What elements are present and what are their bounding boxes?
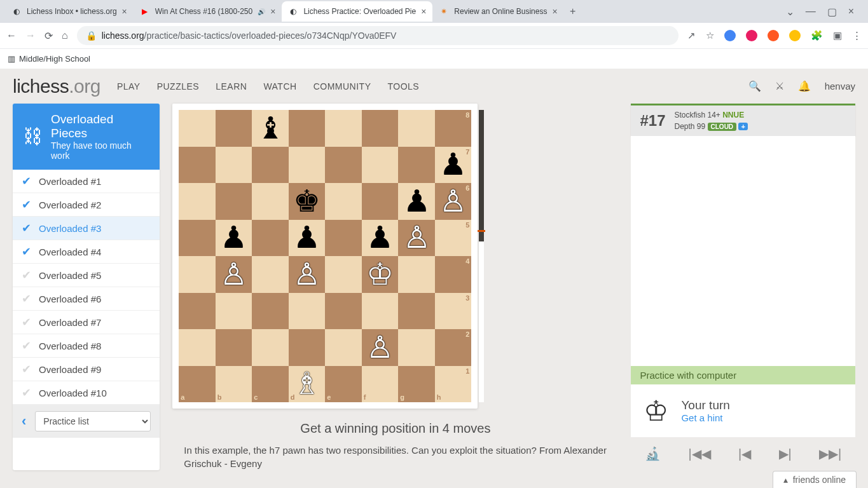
square-e2[interactable] [325,329,362,366]
square-f7[interactable] [362,147,399,184]
square-b1[interactable]: b [216,366,252,403]
square-e8[interactable] [325,110,362,147]
plus-icon[interactable]: + [738,123,747,130]
audio-icon[interactable]: 🔊 [258,8,265,15]
square-e7[interactable] [325,147,362,184]
square-g2[interactable] [398,329,435,366]
piece-bP[interactable]: ♟ [398,183,435,220]
hint-link[interactable]: Get a hint [681,412,729,423]
square-d7[interactable] [289,147,326,184]
square-d5[interactable]: ♟ [289,220,326,257]
extension-icon[interactable] [724,30,736,41]
back-arrow-icon[interactable]: ‹ [22,413,26,430]
square-c2[interactable] [252,329,289,366]
square-e3[interactable] [325,293,362,330]
square-e5[interactable] [325,220,362,257]
square-e4[interactable] [325,256,362,293]
close-window-icon[interactable]: × [848,6,854,18]
browser-tab[interactable]: ◐ Lichess Inbox • lichess.org × [5,1,134,22]
piece-bK[interactable]: ♚ [289,183,326,220]
square-d1[interactable]: ♗d [289,366,326,403]
puzzle-item[interactable]: ✔Overloaded #6 [13,287,160,311]
square-e6[interactable] [325,183,362,220]
square-g7[interactable] [398,147,435,184]
search-icon[interactable]: 🔍 [748,80,761,92]
challenge-icon[interactable]: ⚔ [775,80,784,92]
logo[interactable]: lichess.org [13,76,100,97]
puzzle-item[interactable]: ✔Overloaded #10 [13,381,160,405]
square-h2[interactable]: 2 [435,329,472,366]
next-move-icon[interactable]: ▶| [779,446,792,461]
last-move-icon[interactable]: ▶▶| [819,446,841,461]
url-input[interactable]: 🔒 lichess.org/practice/basic-tactics/ove… [77,26,679,45]
puzzle-item[interactable]: ✔Overloaded #9 [13,358,160,381]
extensions-icon[interactable]: 🧩 [811,30,823,41]
piece-bP[interactable]: ♟ [362,220,399,257]
square-c4[interactable] [252,256,289,293]
square-b2[interactable] [216,329,252,366]
piece-wP[interactable]: ♙ [398,220,435,257]
square-a4[interactable] [179,256,216,293]
reload-button[interactable]: ⟳ [45,30,53,42]
extension-icon[interactable] [768,30,779,41]
square-b3[interactable] [216,293,252,330]
practice-select[interactable]: Practice list [35,411,151,431]
nav-watch[interactable]: WATCH [263,81,296,92]
piece-bB[interactable]: ♝ [252,110,289,147]
square-b7[interactable] [216,147,252,184]
square-h7[interactable]: ♟7 [435,147,472,184]
square-d4[interactable]: ♙ [289,256,326,293]
minimize-icon[interactable]: — [806,6,816,18]
square-f1[interactable]: f [362,366,399,403]
square-g5[interactable]: ♙ [398,220,435,257]
nav-puzzles[interactable]: PUZZLES [157,81,200,92]
square-b6[interactable] [216,183,252,220]
puzzle-item[interactable]: ✔Overloaded #2 [13,193,160,217]
nav-tools[interactable]: TOOLS [387,81,419,92]
puzzle-item[interactable]: ✔Overloaded #7 [13,311,160,334]
back-button[interactable]: ← [6,30,17,41]
browser-tab[interactable]: ▶ Win At Chess #16 (1800-250 🔊 × [134,1,282,22]
menu-icon[interactable]: ⋮ [852,30,862,41]
square-c5[interactable] [252,220,289,257]
square-d2[interactable] [289,329,326,366]
square-h4[interactable]: 4 [435,256,472,293]
share-icon[interactable]: ↗ [687,30,696,41]
piece-wP[interactable]: ♙ [362,329,399,366]
square-h8[interactable]: 8 [435,110,472,147]
square-h1[interactable]: 1h [435,366,472,403]
square-b8[interactable] [216,110,252,147]
square-f4[interactable]: ♔ [362,256,399,293]
close-icon[interactable]: × [122,6,127,17]
square-h6[interactable]: ♙6 [435,183,472,220]
square-g8[interactable] [398,110,435,147]
square-g1[interactable]: g [398,366,435,403]
browser-tab-active[interactable]: ◐ Lichess Practice: Overloaded Pie × [282,1,432,22]
forward-button[interactable]: → [25,30,36,41]
puzzle-item[interactable]: ✔Overloaded #3 [13,217,160,240]
square-d3[interactable] [289,293,326,330]
extension-icon[interactable] [789,30,801,41]
sidepanel-icon[interactable]: ▣ [833,30,842,41]
square-c1[interactable]: c [252,366,289,403]
square-a3[interactable] [179,293,216,330]
square-b5[interactable]: ♟ [216,220,252,257]
maximize-icon[interactable]: ▢ [827,6,837,18]
square-c8[interactable]: ♝ [252,110,289,147]
square-c6[interactable] [252,183,289,220]
square-g6[interactable]: ♟ [398,183,435,220]
square-f8[interactable] [362,110,399,147]
nav-learn[interactable]: LEARN [216,81,247,92]
bell-icon[interactable]: 🔔 [798,80,811,92]
bookmark-item[interactable]: Middle/High School [19,54,90,64]
close-icon[interactable]: × [552,6,557,17]
square-b4[interactable]: ♙ [216,256,252,293]
square-f5[interactable]: ♟ [362,220,399,257]
home-button[interactable]: ⌂ [62,30,68,41]
puzzle-item[interactable]: ✔Overloaded #8 [13,334,160,358]
piece-wK[interactable]: ♔ [362,256,399,293]
square-a6[interactable] [179,183,216,220]
puzzle-item[interactable]: ✔Overloaded #1 [13,170,160,193]
square-h5[interactable]: 5 [435,220,472,257]
close-icon[interactable]: × [270,6,275,17]
